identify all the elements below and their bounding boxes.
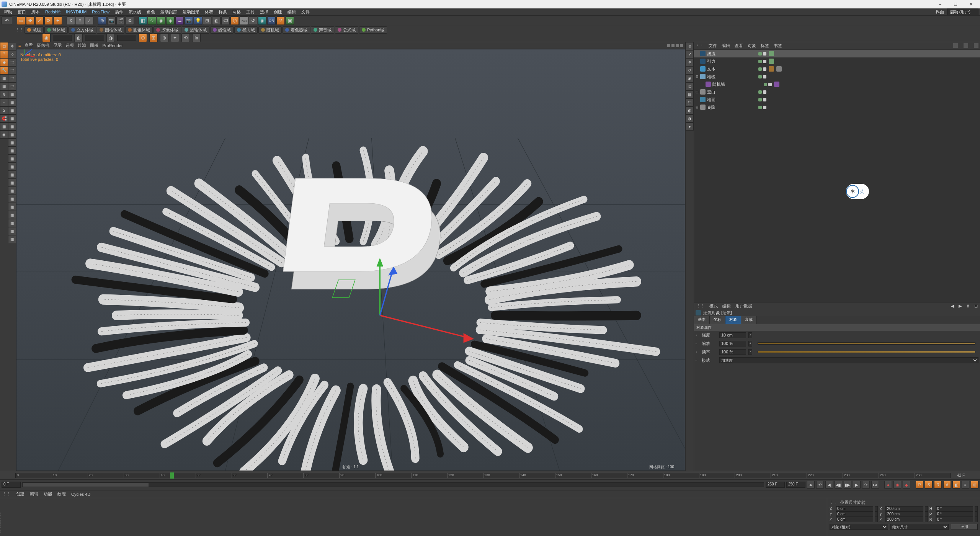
param-key-button[interactable]: A xyxy=(943,481,951,489)
nt-6[interactable]: ⊕ xyxy=(160,34,168,42)
attrmenu-模式[interactable]: 模式 xyxy=(709,303,718,309)
left-tool-a0[interactable]: ◻ xyxy=(0,42,8,50)
coord-mode-2[interactable]: 绝对尺寸 xyxy=(890,524,949,530)
viewport[interactable]: Number of emitters: 0 Total live particl… xyxy=(16,49,685,471)
scale-input[interactable]: 100 % xyxy=(719,341,746,346)
scale-key-button[interactable]: S xyxy=(925,481,933,489)
attr-tab-坐标[interactable]: 坐标 xyxy=(710,316,725,324)
spline-button[interactable]: ∿ xyxy=(148,16,156,25)
vpnav-8[interactable]: ◐ xyxy=(686,106,694,114)
tree-item-地毯[interactable]: ⊞地毯 xyxy=(694,73,980,80)
objmgr-search-icon[interactable] xyxy=(953,43,958,48)
end-frame-input[interactable]: 250 F xyxy=(786,482,805,488)
layout-dropdown[interactable]: 启动 (用户) xyxy=(947,8,978,16)
left-tool-b14[interactable]: ▦ xyxy=(8,155,16,163)
volume-button[interactable]: ◉ xyxy=(258,16,266,25)
left-tool-b18[interactable]: ▦ xyxy=(8,187,16,195)
render-settings-button[interactable]: ⚙ xyxy=(126,16,134,25)
camera-button[interactable]: 📷 xyxy=(185,16,193,25)
tree-item-随机域[interactable]: 随机域 xyxy=(694,80,980,88)
vpnav-5[interactable]: ⊡ xyxy=(686,82,694,90)
last-tool[interactable]: ✦ xyxy=(54,16,62,25)
key-opts-button[interactable]: ≡ xyxy=(962,481,969,489)
numeric-input-2[interactable] xyxy=(85,35,104,41)
rotate-tool[interactable]: ⟳ xyxy=(44,16,53,25)
objmenu-对象[interactable]: 对象 xyxy=(748,43,756,49)
timeline-ruler[interactable]: 0102030405060708090100110120130140150160… xyxy=(0,471,980,480)
nt-5[interactable]: ⊞ xyxy=(149,34,158,42)
mode-select[interactable]: 加速度 xyxy=(719,357,978,363)
vpmenu-过滤[interactable]: 过滤 xyxy=(78,42,86,48)
left-tool-b17[interactable]: ▦ xyxy=(8,179,16,187)
objmenu-查看[interactable]: 查看 xyxy=(735,43,743,49)
nt-4[interactable]: ⬡ xyxy=(139,34,147,42)
field-圆柱体域[interactable]: 圆柱体域 xyxy=(97,26,124,34)
tree-item-地面[interactable]: 地面 xyxy=(694,96,980,103)
matmenu-纹理[interactable]: 纹理 xyxy=(57,491,66,497)
play-back-button[interactable]: ◀▮ xyxy=(835,481,842,489)
tag-button[interactable]: 🏷 xyxy=(221,16,230,25)
left-tool-b13[interactable]: ▦ xyxy=(8,147,16,155)
left-tool-b20[interactable]: ▦ xyxy=(8,203,16,211)
menu-样条[interactable]: 样条 xyxy=(216,9,229,15)
attr-tab-衰减[interactable]: 衰减 xyxy=(741,316,757,324)
pla-key-button[interactable]: ◧ xyxy=(952,481,960,489)
menu-脚本[interactable]: 脚本 xyxy=(29,9,42,15)
goto-end-button[interactable]: ⏭ xyxy=(871,481,879,489)
step-fwd-button[interactable]: ▶ xyxy=(853,481,861,489)
menu-流水线[interactable]: 流水线 xyxy=(126,9,144,15)
matmenu-编辑[interactable]: 编辑 xyxy=(30,491,38,497)
menu-编辑[interactable]: 编辑 xyxy=(285,9,298,15)
coord-mode-1[interactable]: 对象 (相对) xyxy=(830,524,888,530)
extra-button[interactable]: ▣ xyxy=(286,16,294,25)
numeric-input-1[interactable] xyxy=(53,35,72,41)
vpnav-1[interactable]: ⤢ xyxy=(686,50,694,58)
left-tool-b11[interactable]: ▦ xyxy=(8,131,16,139)
ime-badge[interactable]: ✶ 英 xyxy=(846,184,869,199)
prev-key-button[interactable]: ↶ xyxy=(816,481,824,489)
vpnav-7[interactable]: ⬚ xyxy=(686,98,694,106)
field-线性域[interactable]: 线性域 xyxy=(210,26,234,34)
objmenu-文件[interactable]: 文件 xyxy=(709,43,717,49)
left-tool-a1[interactable]: ? xyxy=(0,50,8,58)
field-运输体域[interactable]: 运输体域 xyxy=(182,26,209,34)
attr-tab-对象[interactable]: 对象 xyxy=(725,316,741,324)
vpnav-2[interactable]: ✥ xyxy=(686,58,694,66)
field-立方体域[interactable]: 立方体域 xyxy=(69,26,96,34)
field-着色器域[interactable]: 着色器域 xyxy=(283,26,310,34)
vpnav-6[interactable]: ▦ xyxy=(686,90,694,98)
viewport-layout-icons[interactable] xyxy=(666,43,683,48)
left-tool-a2[interactable]: ◆ xyxy=(0,58,8,66)
scale-slider[interactable] xyxy=(758,342,975,345)
keyframe-button[interactable]: ◆ xyxy=(903,481,910,489)
menu-INSYDIUM[interactable]: INSYDIUM xyxy=(64,9,89,15)
freq-input[interactable]: 100 % xyxy=(719,349,746,355)
play-button[interactable]: ▮▶ xyxy=(844,481,851,489)
menu-Redshift[interactable]: Redshift xyxy=(43,9,63,15)
menu-文件[interactable]: 文件 xyxy=(299,9,312,15)
vpnav-4[interactable]: ◉ xyxy=(686,74,694,82)
apply-button[interactable]: 应用 xyxy=(951,524,978,530)
render-region-button[interactable]: 🎬 xyxy=(116,16,125,25)
nt-2[interactable]: ◐ xyxy=(74,34,83,42)
left-tool-b12[interactable]: ▦ xyxy=(8,139,16,147)
left-tool-b10[interactable]: ▦ xyxy=(8,123,16,131)
rot-key-button[interactable]: R xyxy=(934,481,942,489)
strength-input[interactable]: 10 cm xyxy=(719,332,746,338)
menu-运动图形[interactable]: 运动图形 xyxy=(180,9,202,15)
axis-z-button[interactable]: Z xyxy=(85,16,93,25)
field-Python域[interactable]: Python域 xyxy=(359,26,387,34)
left-tool-a10[interactable]: ▦ xyxy=(0,123,8,131)
left-tool-b19[interactable]: ▦ xyxy=(8,195,16,203)
objmgr-filter-icon[interactable] xyxy=(974,43,978,48)
field-button[interactable]: ◐ xyxy=(212,16,220,25)
psr-button[interactable]: PSR xyxy=(240,16,248,25)
objmenu-书签[interactable]: 书签 xyxy=(774,43,782,49)
vpmenu-查看[interactable]: 查看 xyxy=(24,42,33,48)
objmenu-标签[interactable]: 标签 xyxy=(761,43,769,49)
vpnav-3[interactable]: ⟳ xyxy=(686,66,694,74)
menu-插件[interactable]: 插件 xyxy=(113,9,126,15)
plugin-or-button[interactable]: OR xyxy=(267,16,276,25)
numeric-input-3[interactable] xyxy=(117,35,136,41)
deformer-button[interactable]: ◈ xyxy=(166,16,175,25)
